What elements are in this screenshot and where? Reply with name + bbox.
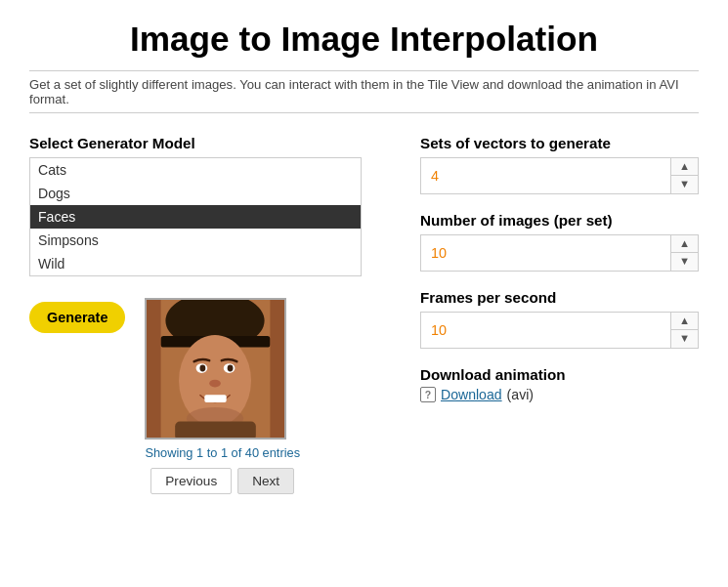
image-preview-area: Showing 1 to 1 of 40 entries Previous Ne…	[145, 298, 300, 494]
model-item-dogs[interactable]: Dogs	[30, 182, 361, 205]
sets-up-arrow[interactable]: ▲	[671, 158, 698, 176]
download-help-icon[interactable]: ?	[420, 387, 436, 402]
model-item-wild[interactable]: Wild	[30, 252, 361, 275]
images-spinner[interactable]: 10 ▲ ▼	[420, 234, 699, 272]
download-link[interactable]: Download	[441, 387, 502, 402]
svg-rect-13	[271, 300, 285, 438]
fps-control: Frames per second 10 ▲ ▼	[420, 289, 699, 349]
model-list[interactable]: Cats Dogs Faces Simpsons Wild	[29, 157, 362, 276]
sets-spinner[interactable]: 4 ▲ ▼	[420, 157, 699, 194]
right-panel: Sets of vectors to generate 4 ▲ ▼ Number…	[420, 135, 699, 494]
sets-down-arrow[interactable]: ▼	[671, 176, 698, 192]
download-link-row: ? Download (avi)	[420, 387, 699, 402]
face-svg	[147, 298, 284, 440]
fps-up-arrow[interactable]: ▲	[671, 313, 698, 330]
left-panel: Select Generator Model Cats Dogs Faces S…	[29, 135, 391, 494]
svg-point-7	[228, 365, 234, 372]
generate-button[interactable]: Generate	[29, 302, 125, 333]
model-item-faces[interactable]: Faces	[30, 205, 361, 229]
svg-rect-11	[176, 421, 257, 440]
fps-value: 10	[421, 316, 670, 344]
sets-value: 4	[421, 162, 670, 189]
images-down-arrow[interactable]: ▼	[671, 253, 698, 270]
fps-label: Frames per second	[420, 289, 699, 306]
previous-button[interactable]: Previous	[150, 468, 232, 494]
model-item-simpsons[interactable]: Simpsons	[30, 229, 361, 252]
fps-arrows[interactable]: ▲ ▼	[670, 313, 698, 348]
model-select-label: Select Generator Model	[29, 135, 391, 151]
svg-point-5	[200, 365, 206, 372]
fps-spinner[interactable]: 10 ▲ ▼	[420, 312, 699, 349]
sets-control: Sets of vectors to generate 4 ▲ ▼	[420, 135, 699, 194]
images-control: Number of images (per set) 10 ▲ ▼	[420, 212, 699, 272]
svg-rect-12	[147, 300, 161, 438]
download-label: Download animation	[420, 366, 699, 383]
images-label: Number of images (per set)	[420, 212, 699, 229]
page-title: Image to Image Interpolation	[29, 20, 699, 59]
images-up-arrow[interactable]: ▲	[671, 235, 698, 253]
svg-rect-9	[205, 395, 227, 402]
model-item-cats[interactable]: Cats	[30, 158, 361, 182]
next-button[interactable]: Next	[237, 468, 294, 494]
showing-text: Showing 1 to 1 of 40 entries	[145, 445, 300, 460]
fps-down-arrow[interactable]: ▼	[671, 330, 698, 347]
images-arrows[interactable]: ▲ ▼	[670, 235, 698, 271]
images-value: 10	[421, 239, 670, 267]
pagination: Previous Next	[145, 468, 300, 494]
sets-label: Sets of vectors to generate	[420, 135, 699, 151]
image-thumbnail	[145, 298, 286, 440]
sets-arrows[interactable]: ▲ ▼	[670, 158, 698, 193]
svg-point-8	[210, 380, 222, 388]
download-section: Download animation ? Download (avi)	[420, 366, 699, 402]
download-format: (avi)	[507, 387, 534, 402]
subtitle: Get a set of slightly different images. …	[29, 70, 699, 113]
